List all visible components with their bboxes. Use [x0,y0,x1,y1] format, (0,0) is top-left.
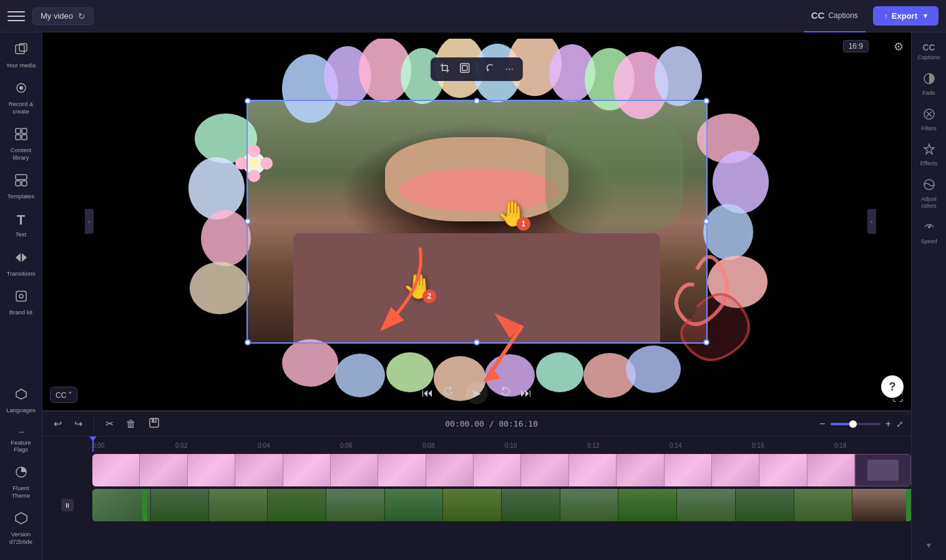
captions-rs-icon: CC [922,42,935,52]
cut-button[interactable]: ✂ [102,415,117,432]
templates-icon [14,173,28,190]
sidebar-item-brand-kit[interactable]: Brand kit [2,284,40,321]
crop-tool-button[interactable] [437,62,452,77]
floating-toolbar: ··· [431,57,523,81]
video-frame [151,489,210,521]
playback-controls: ⏮ 5 ▶ ⏭ [422,382,532,404]
rs-item-fade[interactable]: Fade [914,67,945,102]
sidebar-item-record-create[interactable]: Record & create [2,76,40,120]
sidebar-item-text[interactable]: T Text [2,207,40,243]
zoom-slider-thumb[interactable] [849,420,857,428]
effects-icon [923,143,935,158]
captions-label: Captions [828,11,857,20]
sidebar-item-your-media[interactable]: Your media [2,37,40,74]
sticker-frame [521,454,568,486]
video-clip[interactable] [92,489,911,521]
fade-icon [923,72,935,88]
sidebar-item-content-library[interactable]: Content library [2,122,40,166]
video-track-label: ⏸ [42,489,92,521]
left-panel-toggle[interactable]: › [85,209,94,234]
rs-item-captions[interactable]: CC Captions [914,37,945,66]
sticker-frame [759,454,807,486]
collapse-timeline-button[interactable]: ⤢ [896,419,904,429]
delete-button[interactable]: 🗑 [122,416,140,432]
video-frame-container: ··· 🤚 1 🤚 2 [229,82,725,361]
timeline-tracks: ⏸ [42,451,911,524]
sidebar-item-transitions[interactable]: Transitions [2,246,40,282]
redo-button[interactable]: ↪ [71,415,86,432]
svg-point-65 [928,226,930,228]
menu-button[interactable] [7,7,25,25]
sticker-clip-secondary[interactable] [855,454,911,486]
svg-point-12 [19,294,23,298]
sidebar-item-feature-flags[interactable]: ··· Feature Flags [2,422,40,458]
sticker-track-row [92,454,911,486]
rotate-tool-button[interactable] [483,62,498,77]
sticker-frame [569,454,617,486]
rs-item-speed[interactable]: Speed [914,216,945,250]
main-layout: Your media Record & create Content lib [0,32,946,560]
filters-rs-label: Filters [921,125,937,132]
sticker-frame [235,454,283,486]
resize-tool-button[interactable] [457,62,472,77]
zoom-slider[interactable] [831,423,880,425]
sticker-frame [188,454,235,486]
captions-tab[interactable]: CC Captions [804,0,866,32]
save-to-media-button[interactable] [145,415,163,433]
ruler-mark-4: 0:04 [258,442,270,449]
svg-marker-14 [16,513,27,524]
fluent-theme-icon [14,465,28,482]
sticker-track-label [42,454,92,486]
adjust-colors-icon [923,178,935,194]
sidebar-item-languages[interactable]: Languages [2,382,40,418]
skip-forward-button[interactable] [498,385,510,401]
ruler-mark-18: 0:18 [834,442,846,449]
svg-rect-59 [153,419,154,422]
preview-settings-button[interactable]: ⚙ [894,40,904,54]
sidebar-item-feature-flags-label: Feature Flags [5,439,37,453]
right-sidebar-collapse-button[interactable]: ▾ [922,535,936,555]
skip-to-end-button[interactable]: ⏭ [520,387,532,400]
rs-item-effects[interactable]: Effects [914,138,945,172]
project-title[interactable]: My video ↻ [32,7,94,25]
export-chevron-icon: ▾ [924,12,927,20]
track-start-marker [142,489,147,521]
version-icon [14,511,28,528]
undo-button[interactable]: ↩ [50,415,66,432]
refresh-icon[interactable]: ↻ [78,11,85,21]
skip-back-button[interactable]: 5 [443,385,456,401]
sticker-frame [140,454,187,486]
video-frame [326,489,385,521]
video-track[interactable] [92,489,911,521]
sidebar-item-templates[interactable]: Templates [2,168,40,205]
svg-rect-6 [16,135,21,140]
sidebar-item-fluent-theme[interactable]: Fluent Theme [2,460,40,504]
svg-point-3 [19,86,23,90]
play-button[interactable]: ▶ [466,382,488,404]
video-frame [209,489,268,521]
help-button[interactable]: ? [881,375,904,398]
sticker-track[interactable] [92,454,911,486]
track-pause-button[interactable]: ⏸ [61,499,74,511]
more-options-button[interactable]: ··· [503,62,516,76]
sticker-clip-main[interactable] [92,454,855,486]
svg-text:5: 5 [446,391,449,395]
sidebar-item-transitions-label: Transitions [6,270,35,277]
svg-rect-51 [461,64,469,72]
playhead-marker [89,437,97,442]
rs-item-adjust-colors[interactable]: Adjust colors [914,173,945,215]
cc-button[interactable]: CC + [50,387,77,403]
timeline-time-display: 00:00.00 / 00:16.10 [168,419,814,428]
skip-to-start-button[interactable]: ⏮ [422,387,433,400]
export-button[interactable]: ↑ Export ▾ [873,6,939,26]
right-panel-toggle[interactable]: ‹ [867,209,876,234]
svg-marker-55 [449,386,452,391]
rs-item-filters[interactable]: Filters [914,103,945,137]
sidebar-item-your-media-label: Your media [6,62,36,69]
sticker-frame [331,454,378,486]
zoom-out-button[interactable]: − [819,418,825,430]
ruler-mark-8: 0:08 [422,442,434,449]
sidebar-item-version[interactable]: Version d72b9de [2,506,40,550]
zoom-in-button[interactable]: + [885,418,891,430]
export-label: Export [892,11,917,21]
